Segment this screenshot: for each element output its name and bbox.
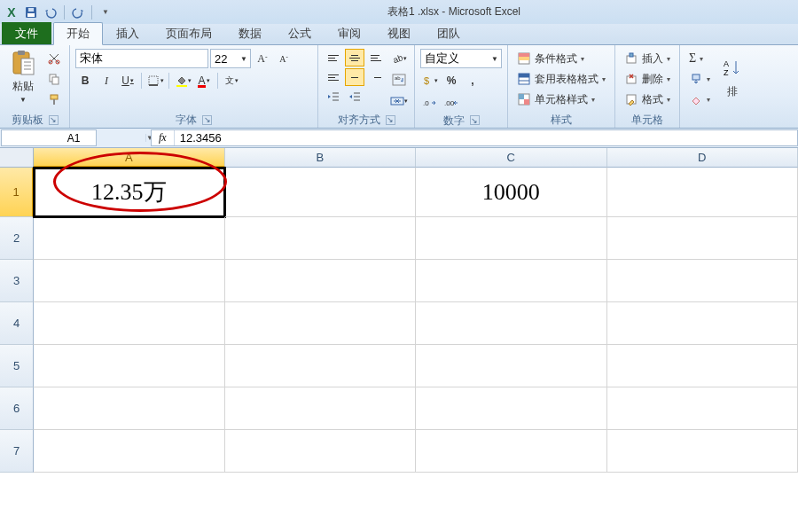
- row-header-5[interactable]: 5: [0, 345, 34, 387]
- row-header-1[interactable]: 1: [0, 168, 34, 217]
- cell-B3[interactable]: [225, 260, 417, 302]
- row-header-7[interactable]: 7: [0, 430, 34, 473]
- fx-icon[interactable]: fx: [159, 131, 167, 145]
- underline-button[interactable]: U▾: [118, 71, 137, 90]
- cell-D2[interactable]: [607, 217, 799, 260]
- cell-D6[interactable]: [607, 387, 799, 430]
- italic-button[interactable]: I: [97, 71, 116, 90]
- cell-D3[interactable]: [607, 260, 799, 302]
- dialog-launcher-icon[interactable]: ↘: [470, 115, 480, 125]
- cell-C3[interactable]: [416, 260, 607, 302]
- increase-indent-button[interactable]: [345, 88, 364, 106]
- font-size-combo[interactable]: ▼: [210, 49, 251, 68]
- decrease-font-button[interactable]: Aˇ: [274, 49, 293, 68]
- font-name-input[interactable]: [80, 52, 229, 66]
- bold-button[interactable]: B: [75, 71, 95, 90]
- redo-icon[interactable]: [70, 4, 86, 20]
- font-color-button[interactable]: A▾: [194, 71, 214, 90]
- cell-D5[interactable]: [607, 345, 799, 387]
- tab-team[interactable]: 团队: [424, 22, 473, 44]
- cell-A6[interactable]: [34, 387, 225, 430]
- tab-formula[interactable]: 公式: [275, 22, 325, 44]
- cell-D4[interactable]: [607, 302, 799, 345]
- undo-icon[interactable]: [43, 4, 59, 20]
- cell-D7[interactable]: [607, 430, 799, 473]
- decrease-decimal-button[interactable]: .00: [442, 93, 461, 113]
- column-header-D[interactable]: D: [607, 148, 799, 168]
- phonetic-button[interactable]: 文▾: [222, 71, 241, 90]
- align-center-button[interactable]: [345, 68, 364, 86]
- qat-dropdown-icon[interactable]: ▼: [98, 4, 113, 20]
- tab-review[interactable]: 审阅: [325, 22, 374, 44]
- column-header-A[interactable]: A: [34, 148, 225, 168]
- autosum-button[interactable]: Σ▾: [685, 49, 707, 68]
- decrease-indent-button[interactable]: [324, 88, 343, 106]
- cell-B7[interactable]: [225, 430, 417, 473]
- table-format-button[interactable]: 套用表格格式▾: [513, 69, 609, 89]
- cell-A3[interactable]: [34, 260, 225, 302]
- delete-cells-button[interactable]: 删除▾: [621, 69, 674, 89]
- cell-C4[interactable]: [416, 302, 607, 345]
- align-top-button[interactable]: [324, 49, 343, 66]
- fill-button[interactable]: ▾: [685, 69, 714, 89]
- copy-button[interactable]: [44, 69, 64, 89]
- cell-B5[interactable]: [225, 345, 417, 387]
- cells-area[interactable]: 12.35万10000: [34, 168, 798, 473]
- cell-style-button[interactable]: 单元格样式▾: [513, 90, 598, 109]
- row-header-3[interactable]: 3: [0, 260, 34, 302]
- format-cells-button[interactable]: 格式▾: [621, 90, 674, 109]
- increase-decimal-button[interactable]: .0: [420, 93, 440, 113]
- excel-icon[interactable]: X: [4, 4, 20, 20]
- tab-insert[interactable]: 插入: [103, 22, 153, 44]
- align-right-button[interactable]: [366, 68, 386, 86]
- cut-button[interactable]: [44, 49, 64, 68]
- sort-filter-button[interactable]: AZ 排: [719, 52, 746, 111]
- accounting-button[interactable]: $▾: [420, 71, 440, 90]
- cell-B6[interactable]: [225, 387, 417, 430]
- border-button[interactable]: ▾: [145, 71, 165, 90]
- wrap-text-button[interactable]: ab: [389, 70, 409, 90]
- cell-A1[interactable]: 12.35万: [34, 168, 225, 217]
- dialog-launcher-icon[interactable]: ↘: [49, 115, 59, 125]
- number-format-input[interactable]: [425, 52, 489, 66]
- merge-button[interactable]: ▾: [389, 91, 409, 111]
- clear-button[interactable]: ▾: [685, 90, 714, 109]
- cell-C1[interactable]: 10000: [416, 168, 607, 217]
- tab-pagelayout[interactable]: 页面布局: [153, 22, 225, 44]
- tab-file[interactable]: 文件: [2, 22, 51, 44]
- font-size-input[interactable]: [215, 52, 238, 66]
- name-box[interactable]: ▼: [1, 129, 97, 146]
- font-name-combo[interactable]: ▼: [75, 49, 208, 68]
- dialog-launcher-icon[interactable]: ↘: [386, 115, 395, 125]
- cell-B4[interactable]: [225, 302, 417, 345]
- number-format-combo[interactable]: ▼: [420, 49, 502, 68]
- cell-C6[interactable]: [416, 387, 607, 430]
- tab-view[interactable]: 视图: [374, 22, 424, 44]
- column-header-B[interactable]: B: [225, 148, 417, 168]
- dialog-launcher-icon[interactable]: ↘: [202, 115, 212, 125]
- insert-cells-button[interactable]: 插入▾: [621, 49, 674, 68]
- cell-B2[interactable]: [225, 217, 417, 260]
- format-painter-button[interactable]: [44, 90, 64, 109]
- cell-C2[interactable]: [416, 217, 607, 260]
- row-header-4[interactable]: 4: [0, 302, 34, 345]
- cell-A5[interactable]: [34, 345, 225, 387]
- cell-D1[interactable]: [607, 168, 799, 217]
- align-bottom-button[interactable]: [366, 49, 386, 66]
- row-header-6[interactable]: 6: [0, 387, 34, 430]
- formula-input[interactable]: [175, 131, 797, 145]
- tab-data[interactable]: 数据: [225, 22, 275, 44]
- cell-A7[interactable]: [34, 430, 225, 473]
- row-header-2[interactable]: 2: [0, 217, 34, 260]
- cell-C5[interactable]: [416, 345, 607, 387]
- cell-A4[interactable]: [34, 302, 225, 345]
- orientation-button[interactable]: ab▾: [389, 49, 409, 68]
- save-icon[interactable]: [23, 4, 39, 20]
- cell-A2[interactable]: [34, 217, 225, 260]
- increase-font-button[interactable]: Aˆ: [253, 49, 272, 68]
- cell-C7[interactable]: [416, 430, 607, 473]
- select-all-corner[interactable]: [0, 148, 34, 168]
- percent-button[interactable]: %: [442, 71, 461, 90]
- conditional-format-button[interactable]: 条件格式▾: [513, 49, 588, 68]
- tab-home[interactable]: 开始: [53, 22, 103, 45]
